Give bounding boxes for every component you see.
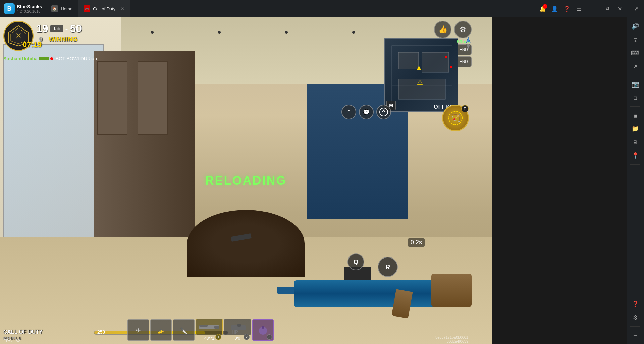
hud-topleft: ⚔ 19 Tab - 50 9 WINNING <box>3 21 82 51</box>
home-tab[interactable]: 🏠 Home <box>46 0 78 17</box>
score-row: 19 Tab - 50 <box>36 22 82 35</box>
like-button[interactable]: 👍 <box>434 21 451 38</box>
weapon-2-sprite <box>226 322 249 332</box>
game-tab[interactable]: 🎮 Call of Duty ✕ <box>78 0 130 17</box>
weapon-2-ammo: 0/0 <box>235 336 240 341</box>
record-button[interactable]: ▣ <box>629 109 641 121</box>
folder-button[interactable]: 📁 <box>629 123 641 135</box>
minimap-background: ⚠ OFFICE M <box>384 38 458 112</box>
score-points: 50 <box>70 22 82 35</box>
svg-rect-25 <box>262 326 264 329</box>
svg-rect-21 <box>214 326 219 329</box>
svg-rect-8 <box>398 52 419 69</box>
weapon-slot-3[interactable]: 3 <box>252 319 274 341</box>
svg-text:🔪: 🔪 <box>180 327 188 334</box>
scorestreak-button[interactable] <box>376 105 391 119</box>
winning-status: WINNING <box>49 36 78 43</box>
ability-button[interactable]: 🏹 E <box>442 105 469 131</box>
screen-button[interactable]: ◱ <box>629 34 641 46</box>
weapon-1-sprite <box>198 322 221 332</box>
restore-button[interactable]: ⧉ <box>602 3 613 14</box>
minimize-button[interactable]: — <box>590 3 601 14</box>
weapon-slot-2[interactable]: 0/0 2 <box>224 319 251 341</box>
display-button[interactable]: 🖥 <box>629 136 641 148</box>
weapon-1-icon <box>196 319 223 335</box>
keyboard-button[interactable]: ⌨ <box>629 47 641 59</box>
sidebar-divider-4 <box>630 326 640 327</box>
settings-hud-button[interactable]: ⚙ <box>454 21 472 38</box>
weapon-body <box>277 233 472 317</box>
kill-count: 19 <box>36 22 48 35</box>
weapon-slot-1[interactable]: 48/71 1 <box>196 319 223 341</box>
ability-circle[interactable]: 🏹 E <box>442 105 469 131</box>
home-tab-label: Home <box>61 6 72 11</box>
warning-icon: ⚠ <box>417 78 423 87</box>
svg-text:🚁: 🚁 <box>157 327 165 334</box>
settings-button[interactable]: ⚙ <box>629 311 641 324</box>
svg-text:✈: ✈ <box>136 327 141 334</box>
sidebar-divider-1 <box>630 75 640 75</box>
match-timer: 07:19 <box>23 40 42 49</box>
screenshot-button[interactable]: ◻ <box>629 92 641 104</box>
minimap-svg <box>385 39 458 112</box>
more-button[interactable]: ··· <box>629 285 641 297</box>
help-button[interactable]: ❓ <box>561 3 572 14</box>
right-sidebar: 🔊 ◱ ⌨ ↗ 📷 ◻ ▣ 📁 🖥 📍 ··· ❓ ⚙ ← <box>627 17 644 344</box>
hp-value: 250 <box>97 329 105 335</box>
weapon-3-num: 3 <box>267 334 272 340</box>
score-area: 19 Tab - 50 9 WINNING <box>36 21 82 43</box>
help-side-button[interactable]: ❓ <box>629 298 641 310</box>
svg-rect-20 <box>199 325 208 327</box>
account-button[interactable]: 👤 <box>549 3 560 14</box>
score-dash: - <box>65 24 68 34</box>
reload-timer: 0.2s <box>408 238 425 247</box>
special-slot-1[interactable]: ✈ <box>127 319 149 341</box>
deaths-row: 9 WINNING <box>36 36 82 43</box>
hash-2: 30d2e4f0639 <box>435 339 468 343</box>
game-tab-icon: 🎮 <box>84 5 90 12</box>
expand-button[interactable]: ⤢ <box>631 3 641 14</box>
scorestreak-icon <box>379 107 388 117</box>
close-tab-icon[interactable]: ✕ <box>121 6 124 11</box>
svg-text:⚔: ⚔ <box>16 32 21 39</box>
window-frost <box>3 44 104 245</box>
titlebar: B BlueStacks 4.240.20.1016 🏠 Home 🎮 Call… <box>0 0 644 17</box>
special-slot-2[interactable]: 🚁 <box>150 319 172 341</box>
svg-point-13 <box>380 108 388 116</box>
airstrike-icon: ✈ <box>131 323 145 337</box>
special-slot-3[interactable]: 🔪 <box>173 319 195 341</box>
notifications-button[interactable]: 🔔1 <box>537 3 548 14</box>
brand-version: 4.240.20.1016 <box>17 9 42 13</box>
killfeed-victim: [BOT]BOWLDURian <box>54 56 97 61</box>
brand-name: BlueStacks <box>17 4 42 9</box>
session-info: 5e637171ba0b0001 30d2e4f0639 <box>435 335 468 343</box>
back-button[interactable]: ← <box>629 329 641 341</box>
weapon-1-num: 1 <box>215 334 221 340</box>
game-viewport[interactable]: RELOADING ⚔ 19 Tab - 50 <box>0 17 492 344</box>
hud-topright-buttons: 👍 ⚙ <box>434 21 472 38</box>
bluestacks-icon: B <box>4 3 15 14</box>
weapon-3-icon: 3 <box>252 319 274 341</box>
minimap: ⚠ OFFICE M <box>384 38 458 112</box>
svg-marker-12 <box>466 44 470 49</box>
close-button[interactable]: ✕ <box>614 3 625 14</box>
menu-button[interactable]: ☰ <box>574 3 584 14</box>
enemy-blip-1 <box>445 56 447 58</box>
weapon-2-icon <box>224 319 251 335</box>
r-button[interactable]: R <box>378 257 398 277</box>
q-button[interactable]: Q <box>347 253 364 270</box>
fps-value: 52 <box>15 338 20 343</box>
camera-button[interactable]: 📷 <box>629 78 641 90</box>
ceiling-light-3 <box>285 31 288 34</box>
crouch-button[interactable]: P <box>341 105 356 119</box>
share-button[interactable]: ↗ <box>629 60 641 72</box>
tab-badge: Tab <box>50 25 63 32</box>
hud-middle-buttons: P 💬 <box>341 105 391 119</box>
svg-rect-23 <box>237 324 241 327</box>
volume-button[interactable]: 🔊 <box>629 20 641 32</box>
knife-icon: 🔪 <box>177 323 191 337</box>
player-direction <box>417 66 421 70</box>
chat-button[interactable]: 💬 <box>359 105 374 119</box>
ping-display: 53ms <box>457 39 469 44</box>
location-button[interactable]: 📍 <box>629 150 641 162</box>
